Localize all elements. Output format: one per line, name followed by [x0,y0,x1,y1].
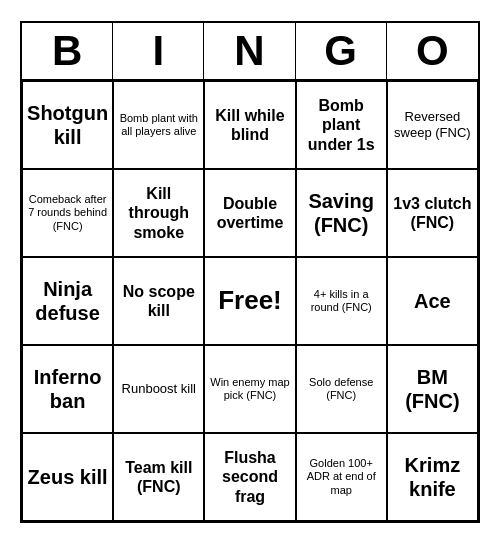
bingo-cell-2: Kill while blind [204,81,295,169]
bingo-cell-3: Bomb plant under 1s [296,81,387,169]
bingo-cell-23: Golden 100+ ADR at end of map [296,433,387,521]
bingo-cell-11: No scope kill [113,257,204,345]
bingo-cell-21: Team kill (FNC) [113,433,204,521]
header-letter: I [113,23,204,79]
header-letter: O [387,23,478,79]
bingo-cell-4: Reversed sweep (FNC) [387,81,478,169]
bingo-cell-9: 1v3 clutch (FNC) [387,169,478,257]
bingo-cell-14: Ace [387,257,478,345]
bingo-cell-13: 4+ kills in a round (FNC) [296,257,387,345]
bingo-cell-12: Free! [204,257,295,345]
bingo-cell-5: Comeback after 7 rounds behind (FNC) [22,169,113,257]
bingo-cell-0: Shotgun kill [22,81,113,169]
bingo-cell-7: Double overtime [204,169,295,257]
bingo-cell-16: Runboost kill [113,345,204,433]
bingo-cell-8: Saving (FNC) [296,169,387,257]
bingo-cell-24: Krimz knife [387,433,478,521]
header-letter: N [204,23,295,79]
bingo-cell-18: Solo defense (FNC) [296,345,387,433]
bingo-card: BINGO Shotgun killBomb plant with all pl… [20,21,480,523]
bingo-cell-6: Kill through smoke [113,169,204,257]
header-letter: B [22,23,113,79]
bingo-cell-10: Ninja defuse [22,257,113,345]
bingo-cell-1: Bomb plant with all players alive [113,81,204,169]
bingo-cell-20: Zeus kill [22,433,113,521]
header-letter: G [296,23,387,79]
bingo-grid: Shotgun killBomb plant with all players … [22,81,478,521]
bingo-cell-19: BM (FNC) [387,345,478,433]
bingo-header: BINGO [22,23,478,81]
bingo-cell-17: Win enemy map pick (FNC) [204,345,295,433]
bingo-cell-15: Inferno ban [22,345,113,433]
bingo-cell-22: Flusha second frag [204,433,295,521]
